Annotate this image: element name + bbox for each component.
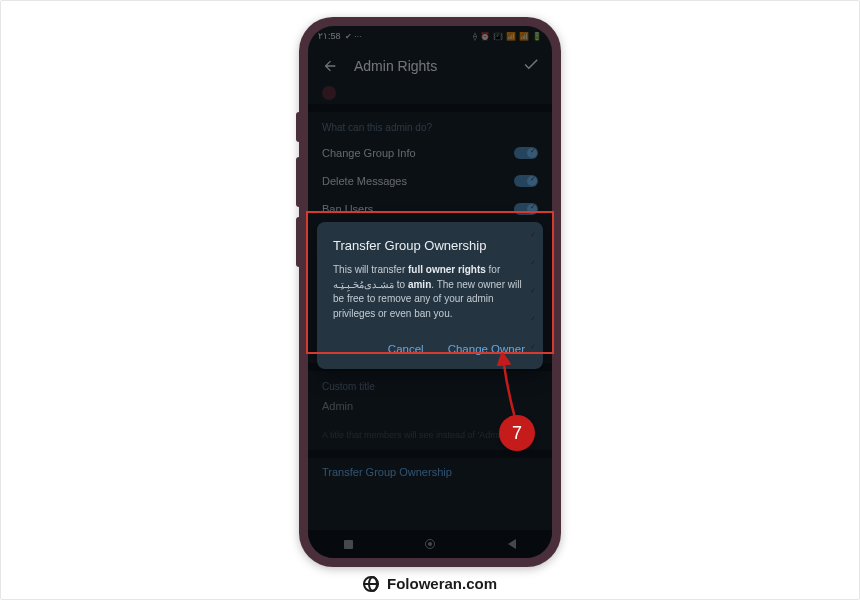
- screen: ۲۱:58 ✔ ⋯ ⟠ ⏰ 📳 📶 📶 🔋: [308, 26, 552, 558]
- phone-side-button: [296, 157, 299, 207]
- cancel-button[interactable]: Cancel: [386, 339, 426, 359]
- phone-frame: ۲۱:58 ✔ ⋯ ⟠ ⏰ 📳 📶 📶 🔋: [299, 17, 561, 567]
- phone-body: ۲۱:58 ✔ ⋯ ⟠ ⏰ 📳 📶 📶 🔋: [299, 17, 561, 567]
- step-number: 7: [512, 423, 522, 444]
- footer: Foloweran.com: [1, 575, 859, 592]
- dialog-actions: Cancel Change Owner: [333, 339, 527, 359]
- change-owner-button[interactable]: Change Owner: [446, 339, 527, 359]
- transfer-ownership-dialog: Transfer Group Ownership This will trans…: [317, 222, 543, 369]
- globe-icon: [363, 576, 379, 592]
- dialog-body: This will transfer full owner rights for…: [333, 263, 527, 321]
- phone-side-button: [296, 112, 299, 142]
- dialog-title: Transfer Group Ownership: [333, 238, 527, 253]
- canvas: ۲۱:58 ✔ ⋯ ⟠ ⏰ 📳 📶 📶 🔋: [0, 0, 860, 600]
- footer-text: Foloweran.com: [387, 575, 497, 592]
- phone-side-button: [296, 217, 299, 267]
- step-badge: 7: [499, 415, 535, 451]
